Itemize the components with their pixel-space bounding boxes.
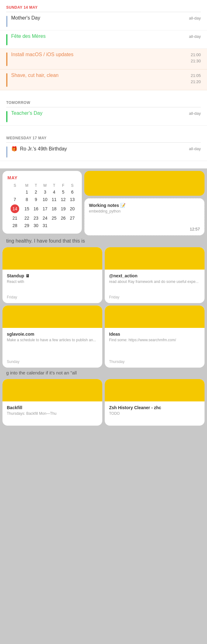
cal-day-1[interactable]: 1: [22, 188, 31, 196]
wednesday-label: WEDNESDAY 17 MAY: [6, 136, 46, 140]
event-content-ro-bday: 🎁 Ro Jr.'s 49th Birthday all-day: [11, 146, 201, 152]
cal-day-3[interactable]: 3: [41, 188, 50, 196]
cal-day-12[interactable]: 12: [59, 196, 68, 203]
working-notes-subtitle: embedding_python: [89, 209, 200, 213]
cal-day-7[interactable]: 7: [7, 196, 22, 203]
cal-header-s1: S: [7, 183, 22, 188]
cal-day-31[interactable]: 31: [41, 222, 50, 229]
sglavoie-day: Sunday: [7, 360, 20, 364]
cal-week-5: 28 29 30 31: [7, 222, 77, 229]
next-action-card[interactable]: @next_action read about Ray framework an…: [105, 247, 205, 303]
event-teachers-day[interactable]: Teacher's Day all-day: [0, 107, 207, 126]
bg-text-strip: ting healthy. I have found that this is: [0, 235, 207, 245]
event-mothers-day[interactable]: Mother's Day all-day: [0, 12, 207, 30]
sglavoie-title: sglavoie.com: [7, 332, 98, 337]
standup-subtitle: React with: [7, 280, 98, 284]
event-time-mothers-day: all-day: [189, 15, 201, 21]
standup-card[interactable]: Standup 🖥 React with Friday: [2, 247, 102, 303]
sunday-label: SUNDAY 14 MAY: [6, 5, 37, 10]
spacer-3: [0, 161, 207, 168]
cal-day-23[interactable]: 23: [31, 214, 40, 222]
event-indicator-orange-shave: [6, 73, 7, 87]
cal-day-29[interactable]: 29: [22, 222, 31, 229]
calendar-widget[interactable]: MAY S M T W T F S 1: [2, 171, 82, 234]
cal-empty-1: [50, 222, 59, 229]
sglavoie-body: sglavoie.com Make a schedule to have a f…: [2, 328, 102, 355]
cal-day-24[interactable]: 24: [41, 214, 50, 222]
sglavoie-card[interactable]: sglavoie.com Make a schedule to have a f…: [2, 306, 102, 368]
event-indicator-green-teacher: [6, 111, 7, 122]
event-fete[interactable]: Fête des Mères all-day: [0, 30, 207, 49]
zsh-subtitle: TODO: [109, 411, 200, 416]
cal-day-19[interactable]: 19: [59, 203, 68, 214]
calendar-grid: S M T W T F S 1 2 3 4: [7, 183, 77, 229]
cal-day-18[interactable]: 18: [50, 203, 59, 214]
cal-day-8[interactable]: 8: [22, 196, 31, 203]
cal-header-t1: T: [31, 183, 40, 188]
right-col-1: Working notes 📝 embedding_python 12:57: [84, 171, 205, 235]
ideas-card[interactable]: Ideas Find some: https://www.searchmfm.c…: [105, 306, 205, 368]
cal-day-17[interactable]: 17: [41, 203, 50, 214]
zsh-history-card[interactable]: Zsh History Cleaner - zhc TODO: [105, 379, 205, 426]
standup-yellow-bar: [2, 247, 102, 270]
cal-day-26[interactable]: 26: [59, 214, 68, 222]
event-time-ro-bday: all-day: [189, 146, 201, 152]
cal-day-empty1: [7, 188, 22, 196]
birthday-icon: 🎁: [11, 146, 17, 151]
event-content-mothers-day: Mother's Day all-day: [11, 15, 201, 21]
backfill-card[interactable]: Backfill Thursdays: Backfill Mon—Thu: [2, 379, 102, 426]
cal-day-28[interactable]: 28: [7, 222, 22, 229]
cal-day-30[interactable]: 30: [31, 222, 40, 229]
cal-day-21[interactable]: 21: [7, 214, 22, 222]
cal-empty-3: [68, 222, 77, 229]
zsh-title: Zsh History Cleaner - zhc: [109, 405, 200, 410]
next-action-title: @next_action: [109, 273, 200, 278]
cal-day-4[interactable]: 4: [50, 188, 59, 196]
widget-row-1: MAY S M T W T F S 1: [0, 168, 207, 235]
cal-day-25[interactable]: 25: [50, 214, 59, 222]
working-notes-title: Working notes 📝: [89, 203, 200, 208]
cal-day-27[interactable]: 27: [68, 214, 77, 222]
sglavoie-preview: Make a schedule to have a few articles t…: [7, 338, 98, 342]
event-title-mothers-day: Mother's Day: [11, 15, 40, 21]
working-notes-card[interactable]: Working notes 📝 embedding_python 12:57: [84, 198, 205, 235]
event-shave[interactable]: Shave, cut hair, clean 21:05 21:20: [0, 69, 207, 90]
cal-day-6[interactable]: 6: [68, 188, 77, 196]
cal-day-16[interactable]: 16: [31, 203, 40, 214]
event-content-fete: Fête des Mères all-day: [11, 34, 201, 40]
cal-today-indicator: 14: [11, 204, 19, 213]
event-time-fete: all-day: [189, 34, 201, 40]
cal-day-5[interactable]: 5: [59, 188, 68, 196]
standup-body: Standup 🖥 React with: [2, 270, 102, 296]
ideas-preview: Find some: https://www.searchmfm.com/: [109, 338, 200, 342]
wednesday-header: WEDNESDAY 17 MAY: [0, 131, 207, 142]
event-time-shave: 21:05 21:20: [191, 73, 201, 85]
event-install-macos[interactable]: Install macOS / iOS updates 21:00 21:30: [0, 49, 207, 69]
cal-day-20[interactable]: 20: [68, 203, 77, 214]
ideas-body: Ideas Find some: https://www.searchmfm.c…: [105, 328, 205, 355]
cal-day-11[interactable]: 11: [50, 196, 59, 203]
cal-day-9[interactable]: 9: [31, 196, 40, 203]
backfill-title: Backfill: [7, 405, 98, 410]
backfill-body: Backfill Thursdays: Backfill Mon—Thu: [2, 401, 102, 419]
event-title-fete: Fête des Mères: [11, 34, 46, 39]
ideas-yellow-bar: [105, 306, 205, 328]
standup-title: Standup 🖥: [7, 273, 98, 278]
working-notes-time: 12:57: [190, 227, 200, 231]
zsh-yellow-bar: [105, 379, 205, 401]
widget-row-4: Backfill Thursdays: Backfill Mon—Thu Zsh…: [0, 377, 207, 428]
backfill-subtitle: Thursdays: Backfill Mon—Thu: [7, 411, 98, 416]
backfill-yellow-bar: [2, 379, 102, 401]
cal-day-22[interactable]: 22: [22, 214, 31, 222]
event-title-install: Install macOS / iOS updates: [11, 52, 73, 57]
cal-day-13[interactable]: 13: [68, 196, 77, 203]
yellow-card-top-right[interactable]: [84, 171, 205, 196]
cal-header-w: W: [41, 183, 50, 188]
cal-header-s2: S: [68, 183, 77, 188]
event-indicator-green-fete: [6, 34, 7, 45]
event-ro-birthday[interactable]: 🎁 Ro Jr.'s 49th Birthday all-day: [0, 143, 207, 161]
cal-day-14[interactable]: 14: [7, 203, 22, 214]
cal-day-2[interactable]: 2: [31, 188, 40, 196]
cal-day-10[interactable]: 10: [41, 196, 50, 203]
cal-day-15[interactable]: 15: [22, 203, 31, 214]
